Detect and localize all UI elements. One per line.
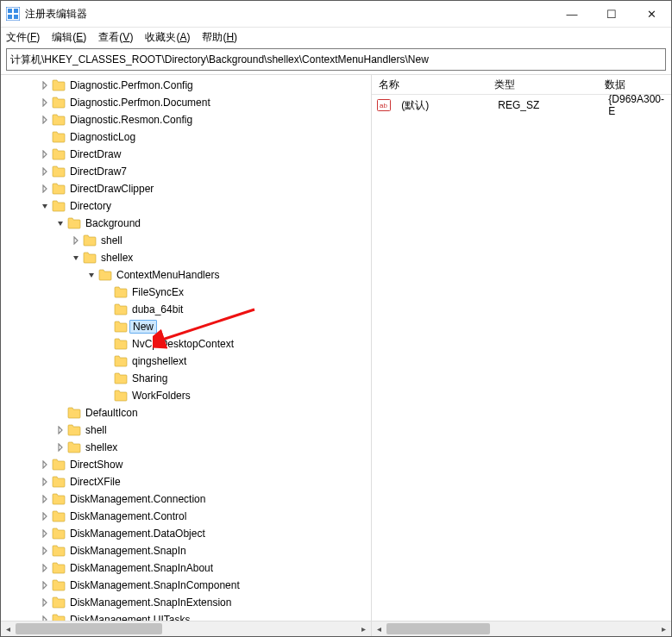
tree-item-label: Diagnostic.Resmon.Config	[68, 114, 194, 126]
tree-item[interactable]: DirectDraw7	[1, 163, 371, 180]
chevron-right-icon[interactable]	[70, 236, 82, 245]
tree-item[interactable]: WorkFolders	[1, 387, 371, 404]
tree-item[interactable]: shellex	[1, 439, 371, 456]
tree-item-label: DiskManagement.SnapInAbout	[68, 562, 215, 574]
chevron-right-icon[interactable]	[39, 564, 51, 572]
svg-rect-3	[8, 15, 12, 19]
svg-rect-1	[8, 9, 12, 13]
tree-item-label: New	[129, 320, 157, 334]
folder-icon	[67, 407, 81, 419]
chevron-right-icon[interactable]	[39, 98, 51, 107]
folder-icon	[114, 372, 128, 384]
tree-item[interactable]: DiagnosticLog	[1, 128, 371, 146]
chevron-right-icon[interactable]	[39, 495, 51, 503]
folder-icon	[52, 476, 66, 488]
list-view[interactable]: ab(默认)REG_SZ{D969A300-E	[372, 95, 671, 621]
svg-text:ab: ab	[380, 102, 387, 109]
tree-item[interactable]: DiskManagement.DataObject	[1, 525, 371, 542]
chevron-right-icon[interactable]	[39, 167, 51, 176]
tree-item[interactable]: DiskManagement.SnapInAbout	[1, 559, 371, 577]
tree-item[interactable]: NvCplDesktopContext	[1, 335, 371, 353]
tree-item[interactable]: Diagnostic.Perfmon.Document	[1, 94, 371, 111]
minimize-button[interactable]: —	[552, 1, 592, 27]
chevron-right-icon[interactable]	[39, 460, 51, 469]
tree-item[interactable]: DiskManagement.UITasks	[1, 611, 371, 621]
scroll-thumb[interactable]	[386, 623, 490, 634]
chevron-right-icon[interactable]	[39, 546, 51, 555]
tree-item[interactable]: New	[1, 318, 371, 335]
tree-item[interactable]: DiskManagement.SnapInComponent	[1, 577, 371, 594]
menu-f[interactable]: 文件(F)	[6, 30, 40, 45]
scroll-thumb[interactable]	[16, 623, 162, 634]
chevron-right-icon[interactable]	[39, 512, 51, 521]
tree-item[interactable]: DirectDrawClipper	[1, 180, 371, 197]
tree-item[interactable]: DiskManagement.Connection	[1, 490, 371, 508]
tree-item[interactable]: Diagnostic.Resmon.Config	[1, 111, 371, 128]
chevron-right-icon[interactable]	[54, 443, 66, 452]
folder-icon	[98, 269, 112, 281]
scroll-right-icon[interactable]: ▸	[356, 621, 371, 636]
folder-icon	[114, 321, 128, 333]
tree-item-label: DirectDrawClipper	[68, 183, 155, 195]
tree-item[interactable]: DirectDraw	[1, 146, 371, 163]
scroll-track[interactable]	[16, 621, 356, 636]
menu-v[interactable]: 查看(V)	[98, 30, 133, 45]
tree-item-label: DiskManagement.Connection	[68, 493, 207, 505]
tree-item-label: Diagnostic.Perfmon.Document	[68, 97, 212, 109]
tree-item[interactable]: DefaultIcon	[1, 404, 371, 422]
tree-item[interactable]: DirectShow	[1, 456, 371, 473]
tree-item[interactable]: shell	[1, 422, 371, 439]
tree-item[interactable]: Sharing	[1, 370, 371, 387]
menu-a[interactable]: 收藏夹(A)	[145, 30, 190, 45]
list-row[interactable]: ab(默认)REG_SZ{D969A300-E	[372, 97, 671, 114]
menu-e[interactable]: 编辑(E)	[52, 30, 86, 45]
tree-item[interactable]: DiskManagement.SnapIn	[1, 542, 371, 559]
tree-item[interactable]: DiskManagement.Control	[1, 508, 371, 525]
chevron-down-icon[interactable]	[85, 271, 97, 279]
chevron-right-icon[interactable]	[39, 478, 51, 486]
chevron-right-icon[interactable]	[39, 598, 51, 607]
scroll-right-icon[interactable]: ▸	[656, 621, 671, 636]
chevron-down-icon[interactable]	[70, 253, 82, 262]
chevron-right-icon[interactable]	[39, 184, 51, 193]
list-header[interactable]: 名称 类型 数据	[372, 75, 671, 95]
titlebar[interactable]: 注册表编辑器 — ☐ ✕	[1, 1, 671, 28]
tree-item-label: shellex	[99, 252, 135, 264]
chevron-right-icon[interactable]	[54, 426, 66, 434]
folder-icon	[52, 148, 66, 160]
close-button[interactable]: ✕	[631, 1, 671, 27]
tree-item[interactable]: ContextMenuHandlers	[1, 266, 371, 284]
tree-item[interactable]: FileSyncEx	[1, 284, 371, 301]
column-name[interactable]: 名称	[372, 78, 487, 92]
column-type[interactable]: 类型	[487, 78, 598, 92]
chevron-down-icon[interactable]	[54, 219, 66, 228]
scroll-left-icon[interactable]: ◂	[1, 621, 16, 636]
tree-item[interactable]: Directory	[1, 197, 371, 215]
list-horizontal-scrollbar[interactable]: ◂ ▸	[372, 621, 671, 636]
tree-horizontal-scrollbar[interactable]: ◂ ▸	[1, 621, 371, 636]
address-bar[interactable]: 计算机\HKEY_CLASSES_ROOT\Directory\Backgrou…	[6, 48, 666, 71]
tree-item[interactable]: DirectXFile	[1, 473, 371, 490]
column-data[interactable]: 数据	[598, 78, 671, 92]
scroll-track[interactable]	[386, 621, 656, 636]
menu-h[interactable]: 帮助(H)	[202, 30, 237, 45]
folder-icon	[83, 234, 97, 247]
tree-view[interactable]: Diagnostic.Perfmon.ConfigDiagnostic.Perf…	[1, 75, 371, 621]
chevron-right-icon[interactable]	[39, 581, 51, 590]
tree-item[interactable]: shellex	[1, 249, 371, 266]
tree-item[interactable]: Background	[1, 215, 371, 232]
chevron-right-icon[interactable]	[39, 81, 51, 90]
chevron-right-icon[interactable]	[39, 529, 51, 538]
tree-item[interactable]: qingshellext	[1, 353, 371, 370]
scroll-left-icon[interactable]: ◂	[372, 621, 386, 636]
folder-icon	[52, 579, 66, 591]
chevron-right-icon[interactable]	[39, 150, 51, 159]
tree-item[interactable]: Diagnostic.Perfmon.Config	[1, 77, 371, 94]
tree-item[interactable]: duba_64bit	[1, 301, 371, 318]
tree-item-label: shellex	[84, 441, 119, 453]
chevron-down-icon[interactable]	[39, 202, 51, 210]
tree-item[interactable]: shell	[1, 232, 371, 249]
maximize-button[interactable]: ☐	[592, 1, 631, 27]
tree-item[interactable]: DiskManagement.SnapInExtension	[1, 594, 371, 611]
chevron-right-icon[interactable]	[39, 116, 51, 124]
